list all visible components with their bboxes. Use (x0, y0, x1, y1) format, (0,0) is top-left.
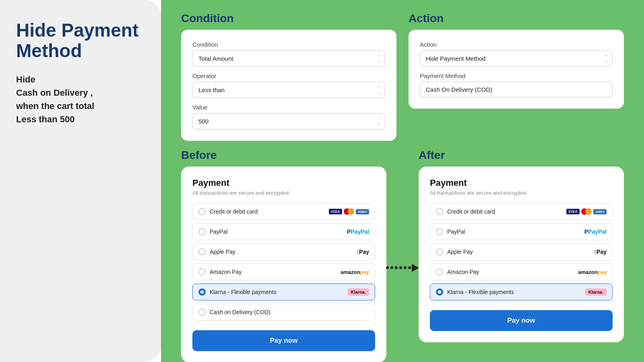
after-option-credit-label: Credit or debit card (447, 208, 495, 215)
before-radio-credit (198, 208, 206, 215)
before-option-paypal-label: PayPal (210, 228, 227, 235)
before-radio-applepay (198, 248, 206, 255)
payment-method-field-group: Payment Method (420, 72, 613, 97)
arrow-head (412, 264, 419, 272)
after-radio-klarna (436, 288, 443, 296)
before-applepay-logo: Pay (357, 249, 369, 255)
after-applepay-logo: Pay (594, 249, 607, 255)
after-radio-paypal (436, 228, 443, 235)
after-visa-logo: VISA (566, 209, 580, 214)
after-payment-card: Payment All transactions are secure and … (419, 167, 624, 342)
dot-5 (404, 266, 407, 269)
before-payment-card: Payment All transactions are secure and … (181, 167, 386, 362)
after-mc-logo (581, 208, 592, 215)
before-option-klarna[interactable]: Klarna - Flexible payments Klarna. (192, 284, 375, 300)
after-title: After (419, 149, 624, 162)
amex-logo: AMEX (356, 209, 369, 214)
before-option-credit[interactable]: Credit or debit card VISA AMEX (192, 203, 375, 220)
page-description: Hide Cash on Delivery ,when the cart tot… (16, 73, 145, 126)
condition-section: Condition Condition Total Amount Operato… (181, 12, 396, 141)
after-paypal-logo: PPayPal (584, 228, 607, 235)
dashed-arrow (386, 264, 419, 272)
after-radio-amazonpay (436, 268, 443, 276)
after-amazonpay-logo: amazonpay (578, 269, 607, 275)
action-card: Action Hide Payment Method Payment Metho… (409, 30, 624, 109)
condition-title: Condition (181, 12, 396, 25)
action-select-wrapper: Hide Payment Method (420, 50, 613, 67)
after-klarna-logo: Klarna. (585, 288, 607, 296)
action-label: Action (420, 41, 613, 48)
after-option-paypal-label: PayPal (447, 228, 465, 235)
payment-method-input[interactable] (420, 82, 613, 97)
dot-1 (386, 266, 389, 269)
after-option-paypal[interactable]: PayPal PPayPal (430, 223, 613, 240)
before-title: Before (181, 149, 386, 162)
before-paypal-logo: PPayPal (347, 228, 369, 235)
condition-card: Condition Total Amount Operator Less tha… (181, 30, 396, 141)
before-card-logos: VISA AMEX (329, 208, 369, 215)
before-radio-paypal (198, 228, 206, 235)
before-option-applepay[interactable]: Apple Pay Pay (192, 243, 375, 260)
operator-select[interactable]: Less than (192, 82, 385, 98)
mc-logo (344, 208, 354, 215)
after-radio-applepay (436, 248, 443, 255)
dot-2 (390, 266, 393, 269)
after-option-applepay[interactable]: Apple Pay Pay (430, 243, 613, 260)
action-section: Action Action Hide Payment Method Paymen… (409, 12, 624, 141)
after-option-amazonpay-label: Amazon Pay (447, 269, 479, 275)
operator-field-group: Operator Less than (192, 72, 385, 98)
before-option-applepay-label: Apple Pay (210, 249, 235, 255)
right-panel: Condition Condition Total Amount Operato… (161, 0, 644, 362)
operator-select-wrapper: Less than (192, 82, 385, 98)
value-field-group: Value 500 (192, 104, 385, 130)
value-select-wrapper: 500 (192, 113, 385, 130)
dot-3 (395, 266, 398, 269)
action-title: Action (409, 12, 624, 25)
after-option-klarna[interactable]: Klarna - Flexible payments Klarna. (430, 284, 613, 300)
after-section: After Payment All transactions are secur… (419, 149, 624, 362)
before-option-klarna-label: Klarna - Flexible payments (210, 289, 277, 295)
page-title: Hide Payment Method (16, 20, 145, 61)
dot-4 (399, 266, 402, 269)
before-option-paypal[interactable]: PayPal PPayPal (192, 223, 375, 240)
after-card-logos: VISA AMEX (566, 208, 607, 215)
desc-hide: Hide (16, 74, 35, 84)
before-option-cod-label: Cash on Delivery (COD) (210, 309, 270, 315)
before-option-amazonpay-label: Amazon Pay (210, 269, 242, 275)
transition-arrow (386, 149, 419, 362)
before-option-cod[interactable]: Cash on Delivery (COD) (192, 304, 375, 321)
action-field-group: Action Hide Payment Method (420, 41, 613, 67)
before-radio-amazonpay (198, 268, 206, 276)
value-label: Value (192, 104, 385, 111)
after-option-klarna-label: Klarna - Flexible payments (447, 289, 514, 295)
condition-select[interactable]: Total Amount (192, 50, 385, 67)
after-radio-credit (436, 208, 443, 215)
before-pay-button[interactable]: Pay now (192, 330, 375, 351)
after-option-credit[interactable]: Credit or debit card VISA AMEX (430, 203, 613, 220)
after-pay-button[interactable]: Pay now (430, 310, 613, 331)
condition-field-group: Condition Total Amount (192, 41, 385, 67)
before-section: Before Payment All transactions are secu… (181, 149, 386, 362)
visa-logo: VISA (329, 209, 342, 214)
before-payment-title: Payment (192, 178, 375, 188)
before-after-wrapper: Before Payment All transactions are secu… (181, 149, 624, 362)
after-option-amazonpay[interactable]: Amazon Pay amazonpay (430, 263, 613, 280)
after-payment-subtitle: All transactions are secure and encrypte… (430, 190, 613, 196)
action-select[interactable]: Hide Payment Method (420, 50, 613, 67)
payment-method-label: Payment Method (420, 72, 613, 79)
value-select[interactable]: 500 (192, 113, 385, 130)
condition-select-wrapper: Total Amount (192, 50, 385, 67)
before-payment-subtitle: All transactions are secure and encrypte… (192, 190, 375, 196)
after-option-applepay-label: Apple Pay (447, 249, 473, 255)
before-option-credit-label: Credit or debit card (210, 208, 258, 215)
condition-label: Condition (192, 41, 385, 48)
before-radio-klarna (198, 288, 206, 296)
before-klarna-logo: Klarna. (348, 288, 369, 296)
before-amazonpay-logo: amazonpay (341, 269, 369, 275)
after-payment-title: Payment (430, 178, 613, 188)
dot-6 (408, 266, 411, 269)
left-panel: Hide Payment Method Hide Cash on Deliver… (0, 0, 161, 362)
desc-bold: Cash on Delivery ,when the cart totalLes… (16, 88, 94, 124)
before-option-amazonpay[interactable]: Amazon Pay amazonpay (192, 263, 375, 280)
operator-label: Operator (192, 72, 385, 79)
